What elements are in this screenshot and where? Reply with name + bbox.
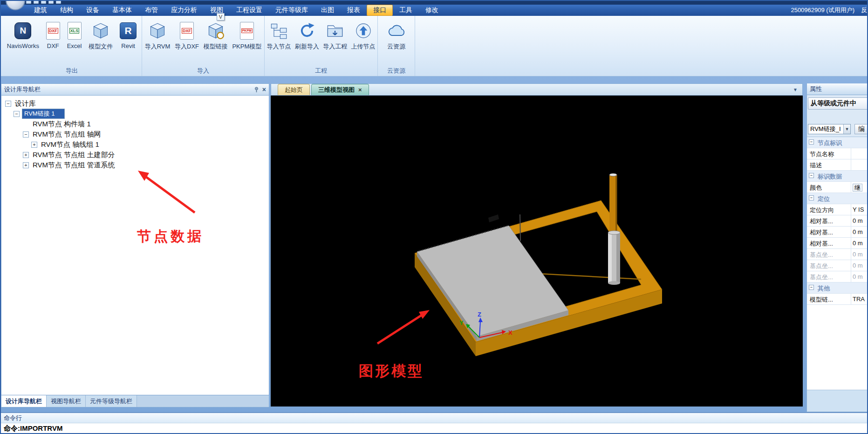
property-group-other[interactable]: 其他 (807, 282, 868, 294)
tab-overflow-dropdown-icon[interactable]: ▼ (793, 87, 798, 92)
property-value[interactable] (851, 148, 868, 159)
edit-button[interactable]: 编 (854, 124, 868, 134)
import-rvm-button[interactable]: 导入RVM (143, 18, 172, 52)
property-row-relative-base[interactable]: 相对基...0 m (807, 227, 868, 238)
tab-design-library-navigator[interactable]: 设计库导航栏 (1, 395, 47, 407)
collapse-icon[interactable] (809, 173, 814, 178)
property-row-node-name[interactable]: 节点名称 (807, 148, 868, 159)
revit-export-button[interactable]: R Revit (118, 18, 138, 51)
menu-tab-primitive[interactable]: 基本体 (106, 5, 138, 16)
quick-access-icon[interactable] (26, 0, 31, 4)
cloud-resource-button[interactable]: 云资源 (385, 18, 408, 52)
property-value-button[interactable]: 继 (853, 184, 862, 192)
close-tab-icon[interactable]: × (358, 86, 362, 93)
command-window-header[interactable]: 命令行 (0, 413, 868, 423)
refresh-import-button[interactable]: 刷新导入 (293, 18, 321, 52)
model-link-button[interactable]: 模型链接 (202, 18, 230, 52)
property-group-position[interactable]: 定位 (807, 193, 868, 204)
quick-access-icon[interactable] (48, 0, 54, 4)
tab-3d-model-view[interactable]: 三维模型视图 × (311, 84, 369, 95)
tab-start-page[interactable]: 起始页 (278, 84, 310, 95)
menu-tab-tools[interactable]: 工具 (393, 5, 419, 16)
import-dxf-button[interactable]: DXF 导入DXF (173, 18, 201, 52)
property-value[interactable]: 0 m (851, 215, 868, 226)
property-value[interactable] (851, 159, 868, 170)
navisworks-button[interactable]: N NavisWorks (5, 18, 41, 51)
property-row-description[interactable]: 描述 (807, 159, 868, 171)
node-type-select[interactable]: RVM链接_I ▼ (808, 124, 851, 134)
property-group-id-data[interactable]: 标识数据 (807, 171, 868, 182)
collapse-icon[interactable] (809, 139, 814, 145)
quick-access-icon[interactable] (56, 0, 61, 4)
model-column-tube-shade (615, 175, 617, 235)
menu-tab-modify[interactable]: 修改 (419, 5, 445, 16)
axis-y-label: Y (459, 319, 464, 326)
tab-component-grade-navigator[interactable]: 元件等级导航栏 (86, 395, 137, 407)
tree-item-rvm-link-1[interactable]: RVM链接 1 (1, 109, 269, 119)
menu-tab-report[interactable]: 报表 (341, 5, 367, 16)
property-value[interactable]: 0 m (851, 227, 868, 237)
quick-access-icon[interactable] (41, 0, 46, 4)
property-label: 模型链... (807, 294, 851, 304)
property-value[interactable]: TRA (851, 294, 868, 304)
property-row-orientation[interactable]: 定位方向Y IS (807, 204, 868, 215)
panel-title: 属性 (810, 85, 822, 93)
3d-viewport[interactable]: Z Y X 图形模型 (271, 96, 803, 406)
ribbon-group-project: 导入节点 刷新导入 导入工程 上传节点 工程 (265, 16, 378, 76)
upload-node-button[interactable]: 上传节点 (349, 18, 377, 52)
collapse-icon[interactable] (23, 131, 29, 138)
tree-item-node-group-piping[interactable]: RVM节点 节点组 管道系统 (1, 160, 269, 170)
collapse-icon[interactable] (14, 111, 20, 117)
feedback-link[interactable]: 反 (861, 6, 867, 14)
design-library-panel-header: 设计库导航栏 × (1, 83, 269, 96)
menu-tab-drawing[interactable]: 出图 (314, 5, 341, 16)
property-row-color[interactable]: 颜色继 (807, 182, 868, 193)
import-node-button[interactable]: 导入节点 (265, 18, 293, 52)
collapse-icon[interactable] (5, 101, 11, 107)
collapse-icon[interactable] (809, 285, 814, 290)
property-row-base-coord: 基点坐...0 m (807, 271, 868, 282)
model-file-button[interactable]: 模型文件 (87, 18, 115, 52)
properties-panel-header: 属性 (806, 83, 868, 95)
pkpm-model-button[interactable]: PKPM PKPM模型 (230, 18, 263, 52)
tree-item-axis-group[interactable]: RVM节点 轴线组 1 (1, 139, 269, 150)
button-label: 导入节点 (267, 42, 291, 51)
import-project-button[interactable]: 导入工程 (321, 18, 349, 52)
close-icon[interactable]: × (262, 86, 266, 93)
model-cylinder-cap (608, 231, 620, 234)
copy-from-grade-button[interactable]: 从等级或元件中 (808, 97, 868, 110)
expand-icon[interactable] (23, 152, 29, 158)
tab-view-navigator[interactable]: 视图导航栏 (47, 395, 86, 407)
menu-tab-project-settings[interactable]: 工程设置 (230, 5, 269, 16)
menu-tab-architecture[interactable]: 建筑 (27, 5, 54, 16)
property-value[interactable]: 0 m (851, 238, 868, 248)
property-row-base-coord: 基点坐...0 m (807, 260, 868, 271)
tree-item-node-group-civil[interactable]: RVM节点 节点组 土建部分 (1, 150, 269, 160)
tree-item-label: RVM节点 构件墙 1 (31, 119, 92, 129)
property-label: 基点坐... (807, 249, 851, 260)
menu-tab-piping[interactable]: 布管 (138, 5, 164, 16)
tree-item-component-wall[interactable]: RVM节点 构件墙 1 (1, 119, 269, 129)
property-group-node-id[interactable]: 节点标识 (807, 137, 868, 148)
excel-export-button[interactable]: XLS Excel (65, 18, 84, 51)
menu-tab-stress-analysis[interactable]: 应力分析 (164, 5, 204, 16)
menu-tab-interface[interactable]: 接口 (367, 5, 393, 16)
pin-icon[interactable] (253, 87, 260, 93)
chevron-down-icon[interactable]: ▼ (843, 124, 850, 134)
collapse-icon[interactable] (809, 195, 814, 200)
menu-tab-component-catalog[interactable]: 元件等级库 (269, 5, 314, 16)
dxf-export-button[interactable]: DXF DXF (44, 18, 62, 51)
property-value[interactable]: Y IS (851, 204, 868, 215)
menu-tab-equipment[interactable]: 设备 (80, 5, 106, 16)
property-row-model-link[interactable]: 模型链...TRA (807, 294, 868, 305)
tree-item-node-group-grid[interactable]: RVM节点 节点组 轴网 (1, 129, 269, 139)
property-row-base-coord: 基点坐...0 m (807, 249, 868, 260)
tree-item-design-library[interactable]: 设计库 (1, 98, 269, 109)
command-prompt[interactable]: 命令:IMPORTRVM (0, 423, 868, 434)
menu-tab-structure[interactable]: 结构 (54, 5, 80, 16)
expand-icon[interactable] (23, 162, 29, 168)
expand-icon[interactable] (31, 142, 37, 148)
property-row-relative-base[interactable]: 相对基...0 m (807, 215, 868, 227)
quick-access-icon[interactable] (34, 0, 39, 4)
property-row-relative-base[interactable]: 相对基...0 m (807, 238, 868, 249)
